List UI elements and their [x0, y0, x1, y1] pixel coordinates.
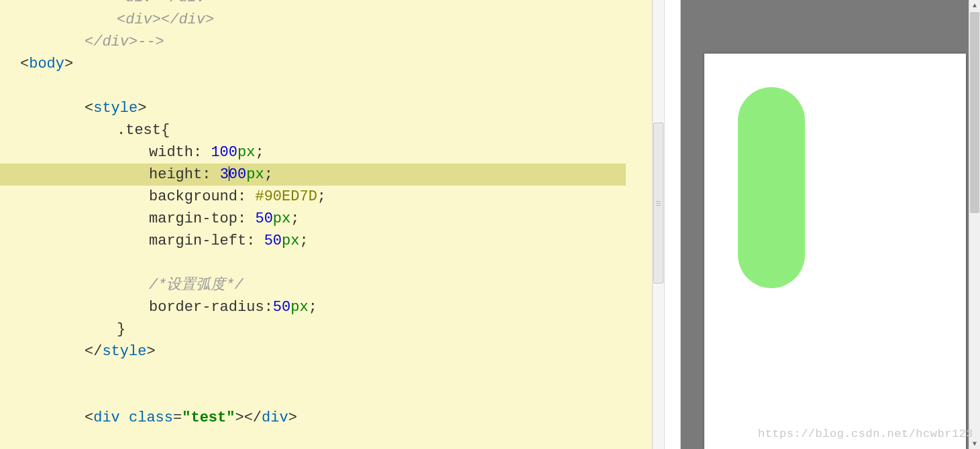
editor-scrollbar-track[interactable] [652, 0, 664, 449]
code-line[interactable]: </style> [20, 340, 664, 363]
code-line[interactable]: <div></div> [20, 0, 664, 9]
code-line[interactable] [20, 75, 664, 97]
editor-scrollbar-thumb[interactable] [653, 123, 663, 283]
code-line[interactable]: margin-top: 50px; [20, 208, 664, 230]
code-line[interactable]: } [20, 318, 664, 340]
code-line[interactable] [20, 363, 664, 385]
pane-divider[interactable] [664, 0, 681, 449]
code-block[interactable]: <div></div><div></div></div>--><body> <s… [0, 0, 664, 449]
code-line[interactable] [20, 385, 664, 407]
code-line[interactable]: /*设置弧度*/ [20, 274, 664, 296]
code-line[interactable]: <body> [20, 53, 664, 75]
preview-scrollbar-thumb[interactable] [970, 12, 979, 213]
code-line[interactable]: background: #90ED7D; [20, 186, 664, 208]
code-line[interactable]: width: 100px; [20, 141, 664, 164]
test-div-preview [738, 87, 805, 288]
code-editor-pane: <div></div><div></div></div>--><body> <s… [0, 0, 664, 449]
preview-scrollbar-track[interactable]: ▲ ▼ [969, 0, 980, 449]
code-line[interactable]: height: 300px; [0, 164, 626, 186]
rendered-page [704, 54, 966, 449]
code-line[interactable] [20, 252, 664, 274]
preview-pane: ▲ ▼ https://blog.csdn.net/hcwbr123 [681, 0, 980, 449]
code-line[interactable]: <div class="test"></div> [20, 407, 664, 429]
code-line[interactable]: <div></div> [20, 9, 664, 31]
code-line[interactable]: <style> [20, 97, 664, 119]
code-line[interactable]: </div>--> [20, 31, 664, 53]
code-line[interactable]: .test{ [20, 119, 664, 141]
scroll-up-icon[interactable]: ▲ [969, 0, 980, 11]
watermark-text: https://blog.csdn.net/hcwbr123 [758, 423, 973, 445]
code-line[interactable] [20, 429, 664, 449]
code-line[interactable]: margin-left: 50px; [20, 230, 664, 252]
code-line[interactable]: border-radius:50px; [20, 296, 664, 318]
